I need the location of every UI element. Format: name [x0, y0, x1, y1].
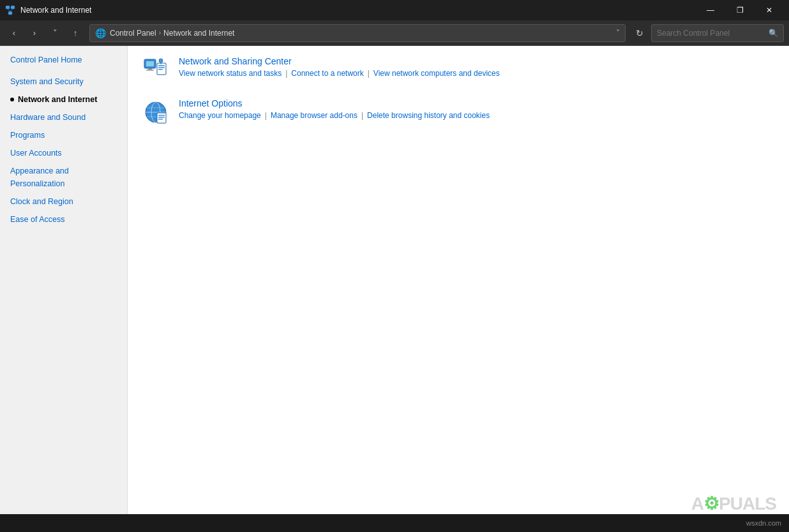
- network-sharing-icon: [143, 57, 169, 83]
- address-bar[interactable]: 🌐 Control Panel › Network and Internet ˅: [89, 24, 626, 42]
- svg-rect-22: [158, 117, 165, 118]
- navigation-bar: ‹ › ˅ ↑ 🌐 Control Panel › Network and In…: [0, 20, 789, 46]
- sidebar-item-ease-of-access[interactable]: Ease of Access: [0, 211, 127, 228]
- content-area: Network and Sharing Center View network …: [128, 46, 789, 514]
- svg-line-4: [10, 9, 13, 11]
- network-sharing-links: View network status and tasks | Connect …: [179, 69, 774, 78]
- search-bar[interactable]: 🔍: [651, 24, 784, 42]
- sidebar-item-user-accounts[interactable]: User Accounts: [0, 144, 127, 162]
- delete-history-link[interactable]: Delete browsing history and cookies: [367, 111, 490, 120]
- active-indicator: [10, 98, 14, 101]
- sidebar: Control Panel Home System and Security N…: [0, 46, 128, 514]
- internet-options-icon: [143, 100, 169, 125]
- window-title: Network and Internet: [20, 6, 696, 15]
- svg-rect-1: [11, 6, 15, 9]
- window-icon: [5, 5, 15, 15]
- internet-options-section: Internet Options Change your homepage | …: [143, 98, 774, 125]
- network-sharing-content: Network and Sharing Center View network …: [179, 56, 774, 78]
- svg-line-3: [8, 9, 10, 11]
- svg-rect-2: [8, 11, 12, 15]
- svg-rect-6: [146, 61, 154, 66]
- breadcrumb-network-internet[interactable]: Network and Internet: [163, 29, 234, 38]
- sidebar-item-network-internet[interactable]: Network and Internet: [0, 91, 127, 108]
- link-separator-4: |: [361, 111, 363, 120]
- sidebar-item-programs[interactable]: Programs: [0, 126, 127, 144]
- manage-addons-link[interactable]: Manage browser add-ons: [271, 111, 357, 120]
- change-homepage-link[interactable]: Change your homepage: [179, 111, 261, 120]
- svg-rect-0: [6, 6, 10, 9]
- search-input[interactable]: [657, 29, 769, 38]
- sidebar-item-clock-region[interactable]: Clock and Region: [0, 193, 127, 211]
- link-separator-1: |: [285, 69, 287, 78]
- svg-point-13: [159, 59, 163, 63]
- internet-options-links: Change your homepage | Manage browser ad…: [179, 111, 774, 120]
- svg-rect-11: [158, 67, 165, 68]
- watermark-site: wsxdn.com: [746, 519, 781, 527]
- connect-to-network-link[interactable]: Connect to a network: [291, 69, 363, 78]
- forward-button[interactable]: ›: [26, 24, 43, 42]
- internet-options-title[interactable]: Internet Options: [179, 98, 774, 108]
- back-button[interactable]: ‹: [5, 24, 23, 42]
- sidebar-item-control-panel-home[interactable]: Control Panel Home: [0, 51, 127, 69]
- appuals-logo-accent: ⚙: [703, 494, 719, 514]
- link-separator-2: |: [368, 69, 370, 78]
- svg-rect-12: [158, 69, 163, 70]
- address-icon: 🌐: [95, 28, 106, 38]
- svg-rect-21: [158, 115, 165, 116]
- up-button[interactable]: ↑: [66, 24, 84, 42]
- svg-rect-8: [146, 70, 154, 71]
- close-button[interactable]: ✕: [755, 0, 784, 20]
- view-network-computers-link[interactable]: View network computers and devices: [373, 69, 500, 78]
- title-bar: Network and Internet — ❐ ✕: [0, 0, 789, 20]
- sidebar-item-hardware-sound[interactable]: Hardware and Sound: [0, 108, 127, 126]
- svg-rect-20: [157, 113, 166, 123]
- svg-rect-10: [158, 65, 165, 66]
- internet-options-content: Internet Options Change your homepage | …: [179, 98, 774, 120]
- link-separator-3: |: [265, 111, 267, 120]
- breadcrumb-control-panel[interactable]: Control Panel: [110, 29, 156, 38]
- breadcrumb: Control Panel › Network and Internet: [110, 29, 613, 38]
- watermark-bar: wsxdn.com: [0, 514, 789, 532]
- breadcrumb-separator-1: ›: [159, 29, 161, 36]
- network-sharing-title[interactable]: Network and Sharing Center: [179, 56, 774, 66]
- main-window: Control Panel Home System and Security N…: [0, 46, 789, 514]
- search-icon: 🔍: [769, 29, 778, 38]
- sidebar-item-system-security[interactable]: System and Security: [0, 73, 127, 91]
- address-dropdown-icon[interactable]: ˅: [616, 29, 620, 38]
- window-controls: — ❐ ✕: [696, 0, 784, 20]
- refresh-button[interactable]: ↻: [631, 24, 649, 42]
- network-sharing-section: Network and Sharing Center View network …: [143, 56, 774, 83]
- recent-locations-button[interactable]: ˅: [46, 24, 64, 42]
- view-network-status-link[interactable]: View network status and tasks: [179, 69, 282, 78]
- appuals-logo-text: A⚙PUALS: [691, 493, 776, 514]
- svg-rect-23: [158, 119, 163, 120]
- minimize-button[interactable]: —: [696, 0, 725, 20]
- appuals-watermark: A⚙PUALS: [691, 493, 776, 514]
- sidebar-item-appearance[interactable]: Appearance and Personalization: [0, 162, 127, 193]
- maximize-button[interactable]: ❐: [725, 0, 755, 20]
